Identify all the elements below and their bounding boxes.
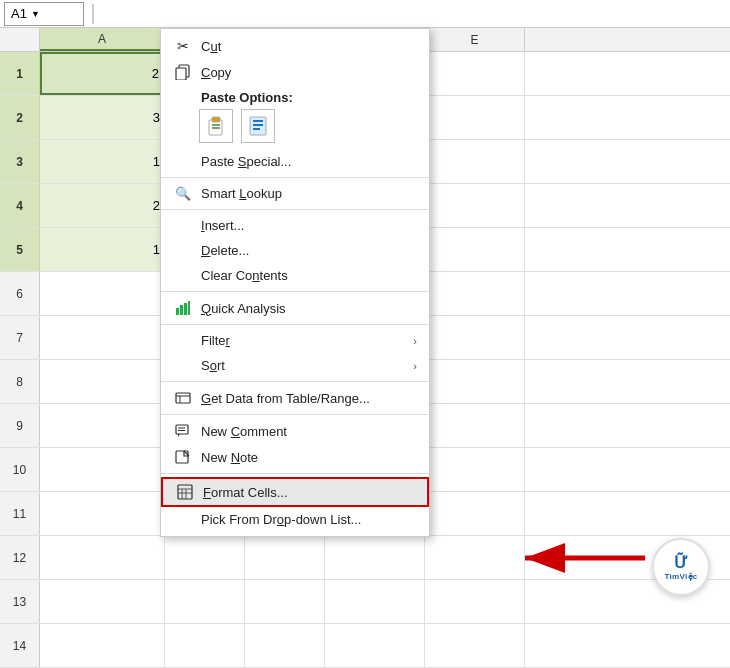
cell-e11[interactable]	[425, 492, 525, 535]
menu-label-get-data: Get Data from Table/Range...	[201, 391, 417, 406]
menu-label-new-note: New Note	[201, 450, 417, 465]
menu-item-quick-analysis[interactable]: Quick Analysis	[161, 295, 429, 321]
cell-d12[interactable]	[325, 536, 425, 579]
cell-a10[interactable]	[40, 448, 165, 491]
col-header-a[interactable]: A	[40, 28, 165, 51]
menu-item-smart-lookup[interactable]: 🔍 Smart Lookup	[161, 181, 429, 206]
svg-rect-10	[176, 308, 179, 315]
cell-a3[interactable]: 1	[40, 140, 165, 183]
row-header-11[interactable]: 11	[0, 492, 40, 535]
timviec-text: TìmViệc	[664, 572, 697, 581]
cell-e2[interactable]	[425, 96, 525, 139]
row-header-8[interactable]: 8	[0, 360, 40, 403]
row-header-13[interactable]: 13	[0, 580, 40, 623]
row-header-12[interactable]: 12	[0, 536, 40, 579]
cell-e1[interactable]	[425, 52, 525, 95]
cell-e7[interactable]	[425, 316, 525, 359]
menu-label-filter: Filter	[201, 333, 413, 348]
row-header-3[interactable]: 3	[0, 140, 40, 183]
cell-c13[interactable]	[245, 580, 325, 623]
menu-item-copy[interactable]: Copy	[161, 59, 429, 85]
cell-b14[interactable]	[165, 624, 245, 667]
timviec-icon: Ữ	[674, 553, 688, 572]
paste-button-2[interactable]	[241, 109, 275, 143]
menu-item-insert[interactable]: Insert...	[161, 213, 429, 238]
menu-label-quick-analysis: Quick Analysis	[201, 301, 417, 316]
get-data-icon	[171, 390, 195, 406]
menu-item-cut[interactable]: ✂ Cut	[161, 33, 429, 59]
cell-a2[interactable]: 3	[40, 96, 165, 139]
menu-item-delete[interactable]: Delete...	[161, 238, 429, 263]
row-header-14[interactable]: 14	[0, 624, 40, 667]
cell-e3[interactable]	[425, 140, 525, 183]
row-header-1[interactable]: 1	[0, 52, 40, 95]
menu-item-get-data[interactable]: Get Data from Table/Range...	[161, 385, 429, 411]
cell-e5[interactable]	[425, 228, 525, 271]
cell-a8[interactable]	[40, 360, 165, 403]
arrow-annotation	[510, 548, 650, 568]
cell-a7[interactable]	[40, 316, 165, 359]
row-header-5[interactable]: 5	[0, 228, 40, 271]
svg-rect-7	[253, 120, 263, 122]
cell-a5[interactable]: 1	[40, 228, 165, 271]
menu-item-new-note[interactable]: New Note	[161, 444, 429, 470]
cell-e6[interactable]	[425, 272, 525, 315]
separator-1	[161, 177, 429, 178]
row-header-4[interactable]: 4	[0, 184, 40, 227]
svg-rect-9	[253, 128, 260, 130]
cell-a1[interactable]: 2	[40, 52, 165, 95]
cell-a6[interactable]	[40, 272, 165, 315]
menu-item-paste-special[interactable]: Paste Special...	[161, 149, 429, 174]
row-header-7[interactable]: 7	[0, 316, 40, 359]
paste-button-1[interactable]	[199, 109, 233, 143]
cell-c14[interactable]	[245, 624, 325, 667]
cell-b12[interactable]	[165, 536, 245, 579]
cell-a12[interactable]	[40, 536, 165, 579]
menu-item-sort[interactable]: Sort ›	[161, 353, 429, 378]
svg-rect-11	[180, 305, 183, 315]
cell-d13[interactable]	[325, 580, 425, 623]
cell-a11[interactable]	[40, 492, 165, 535]
cell-e4[interactable]	[425, 184, 525, 227]
row-header-2[interactable]: 2	[0, 96, 40, 139]
cell-d14[interactable]	[325, 624, 425, 667]
name-box-dropdown-icon[interactable]: ▼	[31, 9, 40, 19]
cut-icon: ✂	[171, 38, 195, 54]
filter-arrow: ›	[413, 335, 417, 347]
separator-6	[161, 414, 429, 415]
cell-a9[interactable]	[40, 404, 165, 447]
cell-c12[interactable]	[245, 536, 325, 579]
separator-4	[161, 324, 429, 325]
cell-e13[interactable]	[425, 580, 525, 623]
paste-options-label: Paste Options:	[201, 90, 293, 105]
menu-label-insert: Insert...	[201, 218, 417, 233]
row-header-10[interactable]: 10	[0, 448, 40, 491]
menu-item-format-cells[interactable]: Format Cells...	[161, 477, 429, 507]
menu-item-pick-dropdown[interactable]: Pick From Drop-down List...	[161, 507, 429, 532]
cell-e8[interactable]	[425, 360, 525, 403]
cell-e10[interactable]	[425, 448, 525, 491]
cell-a4[interactable]: 2	[40, 184, 165, 227]
table-row: 13	[0, 580, 730, 624]
menu-item-new-comment[interactable]: New Comment	[161, 418, 429, 444]
svg-rect-17	[176, 425, 188, 434]
cell-a13[interactable]	[40, 580, 165, 623]
row-header-9[interactable]: 9	[0, 404, 40, 447]
col-header-e[interactable]: E	[425, 28, 525, 51]
cell-b13[interactable]	[165, 580, 245, 623]
menu-item-clear-contents[interactable]: Clear Contents	[161, 263, 429, 288]
timviec-badge: Ữ TìmViệc	[652, 538, 710, 596]
corner-cell	[0, 28, 40, 51]
menu-label-paste-special: Paste Special...	[201, 154, 417, 169]
menu-item-paste-options-header: Paste Options:	[161, 85, 429, 107]
cell-e14[interactable]	[425, 624, 525, 667]
cell-e9[interactable]	[425, 404, 525, 447]
separator-5	[161, 381, 429, 382]
svg-rect-1	[176, 68, 186, 80]
menu-label-cut: Cut	[201, 39, 417, 54]
cell-a14[interactable]	[40, 624, 165, 667]
menu-label-delete: Delete...	[201, 243, 417, 258]
row-header-6[interactable]: 6	[0, 272, 40, 315]
name-box[interactable]: A1 ▼	[4, 2, 84, 26]
menu-item-filter[interactable]: Filter ›	[161, 328, 429, 353]
